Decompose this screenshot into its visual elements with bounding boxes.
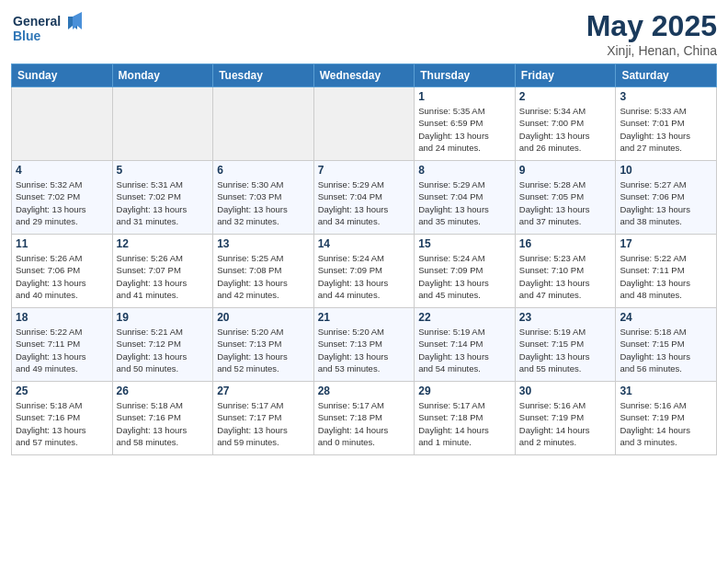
calendar-cell: 18Sunrise: 5:22 AM Sunset: 7:11 PM Dayli… xyxy=(12,308,113,382)
svg-text:Blue: Blue xyxy=(13,29,41,43)
calendar-cell: 24Sunrise: 5:18 AM Sunset: 7:15 PM Dayli… xyxy=(616,308,717,382)
day-number: 9 xyxy=(519,164,612,177)
day-number: 21 xyxy=(318,311,411,324)
day-number: 23 xyxy=(519,311,612,324)
calendar-cell: 3Sunrise: 5:33 AM Sunset: 7:01 PM Daylig… xyxy=(616,87,717,161)
day-number: 4 xyxy=(16,164,108,177)
day-number: 30 xyxy=(519,385,612,397)
day-info: Sunrise: 5:22 AM Sunset: 7:11 PM Dayligh… xyxy=(620,252,712,301)
day-info: Sunrise: 5:18 AM Sunset: 7:15 PM Dayligh… xyxy=(620,326,712,374)
calendar-cell xyxy=(112,87,213,161)
day-number: 24 xyxy=(620,311,712,324)
calendar: SundayMondayTuesdayWednesdayThursdayFrid… xyxy=(11,63,717,455)
weekday-header-row: SundayMondayTuesdayWednesdayThursdayFrid… xyxy=(12,64,717,87)
calendar-cell: 11Sunrise: 5:26 AM Sunset: 7:06 PM Dayli… xyxy=(12,235,113,308)
weekday-header-thursday: Thursday xyxy=(415,64,516,87)
day-info: Sunrise: 5:35 AM Sunset: 6:59 PM Dayligh… xyxy=(418,105,511,154)
calendar-cell: 21Sunrise: 5:20 AM Sunset: 7:13 PM Dayli… xyxy=(313,308,415,382)
day-number: 15 xyxy=(418,237,511,250)
day-number: 5 xyxy=(117,164,210,177)
title-block: May 2025 Xinji, Henan, China xyxy=(586,9,717,58)
day-info: Sunrise: 5:23 AM Sunset: 7:10 PM Dayligh… xyxy=(519,252,612,301)
day-info: Sunrise: 5:20 AM Sunset: 7:13 PM Dayligh… xyxy=(318,326,411,374)
day-info: Sunrise: 5:18 AM Sunset: 7:16 PM Dayligh… xyxy=(117,399,210,448)
day-number: 20 xyxy=(217,311,310,324)
calendar-cell: 8Sunrise: 5:29 AM Sunset: 7:04 PM Daylig… xyxy=(415,161,516,235)
day-number: 16 xyxy=(519,237,612,250)
day-number: 31 xyxy=(620,385,712,397)
day-info: Sunrise: 5:26 AM Sunset: 7:06 PM Dayligh… xyxy=(16,252,108,301)
calendar-cell: 6Sunrise: 5:30 AM Sunset: 7:03 PM Daylig… xyxy=(213,161,314,235)
day-info: Sunrise: 5:31 AM Sunset: 7:02 PM Dayligh… xyxy=(117,178,210,227)
day-info: Sunrise: 5:34 AM Sunset: 7:00 PM Dayligh… xyxy=(519,105,612,154)
day-number: 14 xyxy=(318,237,411,250)
day-info: Sunrise: 5:26 AM Sunset: 7:07 PM Dayligh… xyxy=(117,252,210,301)
day-number: 22 xyxy=(418,311,511,324)
day-info: Sunrise: 5:22 AM Sunset: 7:11 PM Dayligh… xyxy=(16,326,108,374)
calendar-cell: 10Sunrise: 5:27 AM Sunset: 7:06 PM Dayli… xyxy=(616,161,717,235)
page: General Blue May 2025 Xinji, Henan, Chin… xyxy=(0,0,728,563)
day-number: 17 xyxy=(620,237,712,250)
day-info: Sunrise: 5:24 AM Sunset: 7:09 PM Dayligh… xyxy=(418,252,511,301)
calendar-cell xyxy=(12,87,113,161)
day-info: Sunrise: 5:24 AM Sunset: 7:09 PM Dayligh… xyxy=(318,252,411,301)
location: Xinji, Henan, China xyxy=(586,43,717,58)
day-info: Sunrise: 5:27 AM Sunset: 7:06 PM Dayligh… xyxy=(620,178,712,227)
day-number: 26 xyxy=(117,385,210,397)
calendar-cell: 25Sunrise: 5:18 AM Sunset: 7:16 PM Dayli… xyxy=(12,382,113,455)
day-number: 13 xyxy=(217,237,310,250)
day-info: Sunrise: 5:20 AM Sunset: 7:13 PM Dayligh… xyxy=(217,326,310,374)
day-number: 18 xyxy=(16,311,108,324)
day-number: 28 xyxy=(318,385,411,397)
week-row-5: 25Sunrise: 5:18 AM Sunset: 7:16 PM Dayli… xyxy=(12,382,717,455)
calendar-cell: 31Sunrise: 5:16 AM Sunset: 7:19 PM Dayli… xyxy=(616,382,717,455)
weekday-header-monday: Monday xyxy=(112,64,213,87)
day-number: 8 xyxy=(418,164,511,177)
calendar-cell: 20Sunrise: 5:20 AM Sunset: 7:13 PM Dayli… xyxy=(213,308,314,382)
calendar-cell: 23Sunrise: 5:19 AM Sunset: 7:15 PM Dayli… xyxy=(515,308,616,382)
day-number: 10 xyxy=(620,164,712,177)
calendar-cell: 12Sunrise: 5:26 AM Sunset: 7:07 PM Dayli… xyxy=(112,235,213,308)
calendar-cell: 28Sunrise: 5:17 AM Sunset: 7:18 PM Dayli… xyxy=(313,382,415,455)
day-number: 7 xyxy=(318,164,411,177)
calendar-cell: 30Sunrise: 5:16 AM Sunset: 7:19 PM Dayli… xyxy=(515,382,616,455)
calendar-cell: 29Sunrise: 5:17 AM Sunset: 7:18 PM Dayli… xyxy=(415,382,516,455)
calendar-cell: 27Sunrise: 5:17 AM Sunset: 7:17 PM Dayli… xyxy=(213,382,314,455)
calendar-cell: 26Sunrise: 5:18 AM Sunset: 7:16 PM Dayli… xyxy=(112,382,213,455)
weekday-header-sunday: Sunday xyxy=(12,64,113,87)
calendar-cell: 19Sunrise: 5:21 AM Sunset: 7:12 PM Dayli… xyxy=(112,308,213,382)
day-info: Sunrise: 5:16 AM Sunset: 7:19 PM Dayligh… xyxy=(519,399,612,448)
day-number: 29 xyxy=(418,385,511,397)
day-info: Sunrise: 5:16 AM Sunset: 7:19 PM Dayligh… xyxy=(620,399,712,448)
week-row-2: 4Sunrise: 5:32 AM Sunset: 7:02 PM Daylig… xyxy=(12,161,717,235)
day-info: Sunrise: 5:17 AM Sunset: 7:18 PM Dayligh… xyxy=(318,399,411,448)
month-title: May 2025 xyxy=(586,9,717,43)
calendar-cell: 4Sunrise: 5:32 AM Sunset: 7:02 PM Daylig… xyxy=(12,161,113,235)
day-info: Sunrise: 5:25 AM Sunset: 7:08 PM Dayligh… xyxy=(217,252,310,301)
calendar-cell: 14Sunrise: 5:24 AM Sunset: 7:09 PM Dayli… xyxy=(313,235,415,308)
day-info: Sunrise: 5:29 AM Sunset: 7:04 PM Dayligh… xyxy=(418,178,511,227)
day-info: Sunrise: 5:30 AM Sunset: 7:03 PM Dayligh… xyxy=(217,178,310,227)
calendar-cell: 5Sunrise: 5:31 AM Sunset: 7:02 PM Daylig… xyxy=(112,161,213,235)
weekday-header-wednesday: Wednesday xyxy=(313,64,415,87)
day-info: Sunrise: 5:18 AM Sunset: 7:16 PM Dayligh… xyxy=(16,399,108,448)
day-number: 2 xyxy=(519,90,612,103)
logo: General Blue xyxy=(11,9,94,52)
day-info: Sunrise: 5:21 AM Sunset: 7:12 PM Dayligh… xyxy=(117,326,210,374)
day-info: Sunrise: 5:17 AM Sunset: 7:18 PM Dayligh… xyxy=(418,399,511,448)
calendar-cell: 16Sunrise: 5:23 AM Sunset: 7:10 PM Dayli… xyxy=(515,235,616,308)
calendar-cell: 1Sunrise: 5:35 AM Sunset: 6:59 PM Daylig… xyxy=(415,87,516,161)
day-number: 19 xyxy=(117,311,210,324)
day-number: 3 xyxy=(620,90,712,103)
calendar-cell: 13Sunrise: 5:25 AM Sunset: 7:08 PM Dayli… xyxy=(213,235,314,308)
week-row-1: 1Sunrise: 5:35 AM Sunset: 6:59 PM Daylig… xyxy=(12,87,717,161)
day-number: 25 xyxy=(16,385,108,397)
calendar-cell: 15Sunrise: 5:24 AM Sunset: 7:09 PM Dayli… xyxy=(415,235,516,308)
day-number: 11 xyxy=(16,237,108,250)
weekday-header-tuesday: Tuesday xyxy=(213,64,314,87)
calendar-cell: 7Sunrise: 5:29 AM Sunset: 7:04 PM Daylig… xyxy=(313,161,415,235)
header: General Blue May 2025 Xinji, Henan, Chin… xyxy=(11,9,717,58)
day-info: Sunrise: 5:19 AM Sunset: 7:15 PM Dayligh… xyxy=(519,326,612,374)
day-info: Sunrise: 5:32 AM Sunset: 7:02 PM Dayligh… xyxy=(16,178,108,227)
day-number: 12 xyxy=(117,237,210,250)
